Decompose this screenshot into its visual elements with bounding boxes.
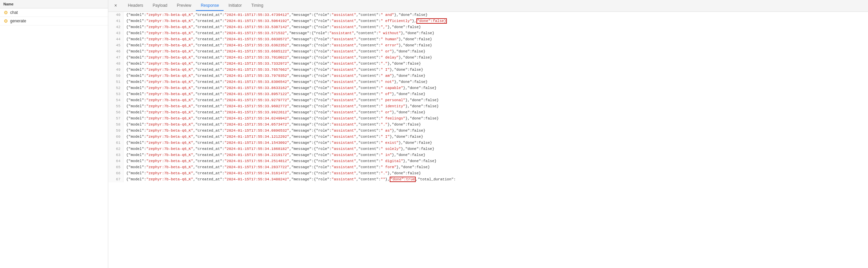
line-number: 48 xyxy=(108,61,123,67)
line-content: {"model":"zephyr:7b-beta-q6_K","created_… xyxy=(123,140,435,146)
line-content: {"model":"zephyr:7b-beta-q6_K","created_… xyxy=(123,61,424,67)
table-row: 63{"model":"zephyr:7b-beta-q6_K","create… xyxy=(108,152,868,158)
tab-payload[interactable]: Payload xyxy=(148,1,172,11)
line-content: {"model":"zephyr:7b-beta-q6_K","created_… xyxy=(123,134,426,140)
line-content: {"model":"zephyr:7b-beta-q6_K","created_… xyxy=(123,54,435,61)
line-number: 45 xyxy=(108,42,123,48)
line-number: 53 xyxy=(108,91,123,97)
devtools-panel: Name ⚙ chat ⚙ generate × Headers Payload… xyxy=(0,0,868,268)
line-number: 65 xyxy=(108,164,123,170)
line-number: 44 xyxy=(108,36,123,42)
line-content: {"model":"zephyr:7b-beta-q6_K","created_… xyxy=(123,152,428,158)
tabs-bar: × Headers Payload Preview Response Initi… xyxy=(108,0,868,12)
line-number: 62 xyxy=(108,146,123,152)
close-button[interactable]: × xyxy=(112,2,120,10)
table-row: 62{"model":"zephyr:7b-beta-q6_K","create… xyxy=(108,146,868,152)
line-content: {"model":"zephyr:7b-beta-q6_K","created_… xyxy=(123,85,439,91)
line-content: {"model":"zephyr:7b-beta-q6_K","created_… xyxy=(123,103,441,109)
table-row: 60{"model":"zephyr:7b-beta-q6_K","create… xyxy=(108,134,868,140)
line-content: {"model":"zephyr:7b-beta-q6_K","created_… xyxy=(123,97,441,103)
sidebar-item-chat-label: chat xyxy=(10,10,18,15)
table-row: 67{"model":"zephyr:7b-beta-q6_K","create… xyxy=(108,176,868,182)
line-content: {"model":"zephyr:7b-beta-q6_K","created_… xyxy=(123,12,430,18)
line-number: 55 xyxy=(108,103,123,109)
network-sidebar: Name ⚙ chat ⚙ generate xyxy=(0,0,108,268)
line-number: 57 xyxy=(108,115,123,121)
chat-icon: ⚙ xyxy=(3,10,8,15)
response-content[interactable]: 40{"model":"zephyr:7b-beta-q6_K","create… xyxy=(108,12,868,268)
line-content: {"model":"zephyr:7b-beta-q6_K","created_… xyxy=(123,79,430,85)
generate-icon: ⚙ xyxy=(3,19,8,23)
table-row: 41{"model":"zephyr:7b-beta-q6_K","create… xyxy=(108,18,868,24)
line-number: 58 xyxy=(108,121,123,128)
sidebar-item-generate[interactable]: ⚙ generate xyxy=(0,17,108,25)
line-content: {"model":"zephyr:7b-beta-q6_K","created_… xyxy=(123,128,428,134)
sidebar-item-generate-label: generate xyxy=(10,19,26,23)
sidebar-header: Name xyxy=(0,0,108,8)
line-number: 66 xyxy=(108,170,123,176)
table-row: 64{"model":"zephyr:7b-beta-q6_K","create… xyxy=(108,158,868,164)
line-content: {"model":"zephyr:7b-beta-q6_K","created_… xyxy=(123,170,424,176)
line-content: {"model":"zephyr:7b-beta-q6_K","created_… xyxy=(123,73,428,79)
table-row: 40{"model":"zephyr:7b-beta-q6_K","create… xyxy=(108,12,868,18)
table-row: 56{"model":"zephyr:7b-beta-q6_K","create… xyxy=(108,109,868,115)
table-row: 65{"model":"zephyr:7b-beta-q6_K","create… xyxy=(108,164,868,170)
line-content: {"model":"zephyr:7b-beta-q6_K","created_… xyxy=(123,67,426,73)
line-number: 42 xyxy=(108,24,123,30)
line-number: 67 xyxy=(108,176,123,182)
tab-initiator[interactable]: Initiator xyxy=(224,1,246,11)
table-row: 66{"model":"zephyr:7b-beta-q6_K","create… xyxy=(108,170,868,176)
sidebar-item-chat[interactable]: ⚙ chat xyxy=(0,8,108,17)
table-row: 58{"model":"zephyr:7b-beta-q6_K","create… xyxy=(108,121,868,128)
line-number: 49 xyxy=(108,67,123,73)
line-content: {"model":"zephyr:7b-beta-q6_K","created_… xyxy=(123,146,437,152)
main-content: × Headers Payload Preview Response Initi… xyxy=(108,0,868,268)
line-number: 56 xyxy=(108,109,123,115)
line-number: 43 xyxy=(108,30,123,36)
table-row: 54{"model":"zephyr:7b-beta-q6_K","create… xyxy=(108,97,868,103)
table-row: 46{"model":"zephyr:7b-beta-q6_K","create… xyxy=(108,48,868,54)
line-content: {"model":"zephyr:7b-beta-q6_K","created_… xyxy=(123,30,437,36)
line-content: {"model":"zephyr:7b-beta-q6_K","created_… xyxy=(123,18,450,24)
tab-timing[interactable]: Timing xyxy=(247,1,268,11)
tab-preview[interactable]: Preview xyxy=(172,1,196,11)
line-content: {"model":"zephyr:7b-beta-q6_K","created_… xyxy=(123,36,435,42)
line-number: 50 xyxy=(108,73,123,79)
tab-headers[interactable]: Headers xyxy=(123,1,148,11)
line-content: {"model":"zephyr:7b-beta-q6_K","created_… xyxy=(123,176,458,182)
table-row: 61{"model":"zephyr:7b-beta-q6_K","create… xyxy=(108,140,868,146)
line-number: 63 xyxy=(108,152,123,158)
table-row: 53{"model":"zephyr:7b-beta-q6_K","create… xyxy=(108,91,868,97)
table-row: 44{"model":"zephyr:7b-beta-q6_K","create… xyxy=(108,36,868,42)
line-content: {"model":"zephyr:7b-beta-q6_K","created_… xyxy=(123,24,424,30)
table-row: 51{"model":"zephyr:7b-beta-q6_K","create… xyxy=(108,79,868,85)
line-content: {"model":"zephyr:7b-beta-q6_K","created_… xyxy=(123,48,428,54)
line-content: {"model":"zephyr:7b-beta-q6_K","created_… xyxy=(123,164,433,170)
table-row: 59{"model":"zephyr:7b-beta-q6_K","create… xyxy=(108,128,868,134)
line-number: 61 xyxy=(108,140,123,146)
table-row: 47{"model":"zephyr:7b-beta-q6_K","create… xyxy=(108,54,868,61)
line-content: {"model":"zephyr:7b-beta-q6_K","created_… xyxy=(123,42,435,48)
line-number: 40 xyxy=(108,12,123,18)
line-number: 47 xyxy=(108,54,123,61)
line-number: 59 xyxy=(108,128,123,134)
line-number: 60 xyxy=(108,134,123,140)
line-content: {"model":"zephyr:7b-beta-q6_K","created_… xyxy=(123,109,428,115)
table-row: 50{"model":"zephyr:7b-beta-q6_K","create… xyxy=(108,73,868,79)
line-number: 51 xyxy=(108,79,123,85)
line-number: 46 xyxy=(108,48,123,54)
table-row: 43{"model":"zephyr:7b-beta-q6_K","create… xyxy=(108,30,868,36)
code-lines: 40{"model":"zephyr:7b-beta-q6_K","create… xyxy=(108,12,868,182)
table-row: 55{"model":"zephyr:7b-beta-q6_K","create… xyxy=(108,103,868,109)
table-row: 42{"model":"zephyr:7b-beta-q6_K","create… xyxy=(108,24,868,30)
table-row: 57{"model":"zephyr:7b-beta-q6_K","create… xyxy=(108,115,868,121)
table-row: 48{"model":"zephyr:7b-beta-q6_K","create… xyxy=(108,61,868,67)
table-row: 52{"model":"zephyr:7b-beta-q6_K","create… xyxy=(108,85,868,91)
line-content: {"model":"zephyr:7b-beta-q6_K","created_… xyxy=(123,158,439,164)
line-number: 52 xyxy=(108,85,123,91)
line-content: {"model":"zephyr:7b-beta-q6_K","created_… xyxy=(123,115,441,121)
line-content: {"model":"zephyr:7b-beta-q6_K","created_… xyxy=(123,121,424,128)
line-number: 41 xyxy=(108,18,123,24)
line-number: 64 xyxy=(108,158,123,164)
tab-response[interactable]: Response xyxy=(196,1,224,11)
